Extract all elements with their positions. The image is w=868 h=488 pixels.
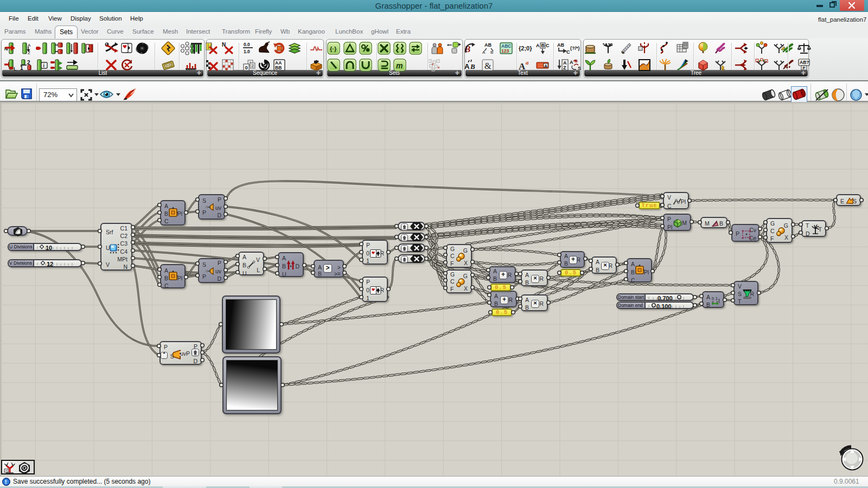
- svg-text:i: i: [43, 63, 45, 68]
- svg-text:C: C: [546, 43, 550, 48]
- svg-text:A: A: [545, 64, 547, 68]
- svg-text:B: B: [541, 43, 545, 48]
- svg-text:P: P: [803, 66, 806, 70]
- svg-text:B: B: [470, 62, 475, 70]
- svg-text:AB: AB: [484, 42, 492, 48]
- svg-text:1.0: 1.0: [244, 49, 250, 54]
- svg-text:Z: Z: [563, 65, 566, 70]
- svg-text:1: 1: [20, 65, 23, 71]
- svg-text:2: 2: [252, 63, 254, 68]
- svg-text:0.0: 0.0: [244, 42, 250, 47]
- svg-text:A: A: [519, 61, 526, 72]
- svg-text:!: !: [5, 479, 7, 485]
- svg-text:m: m: [396, 61, 403, 70]
- svg-text:AB?: AB?: [800, 60, 809, 65]
- svg-text:S: S: [578, 66, 581, 71]
- svg-text:&: &: [484, 61, 492, 70]
- svg-text:(?/*): (?/*): [570, 46, 580, 51]
- svg-text:{·}: {·}: [330, 46, 337, 52]
- svg-text:A: A: [464, 62, 470, 70]
- svg-text:2: 2: [27, 60, 30, 66]
- svg-text:123: 123: [501, 48, 509, 54]
- svg-text:AB: AB: [557, 42, 564, 48]
- svg-text:a: a: [526, 59, 529, 66]
- svg-text:A: A: [570, 60, 573, 65]
- svg-text:BB: BB: [275, 65, 282, 70]
- svg-text:{2;0}: {2;0}: [519, 45, 532, 52]
- svg-text:0: 0: [245, 65, 248, 70]
- svg-text:□: □: [640, 47, 642, 50]
- svg-text:░░: ░░: [538, 63, 543, 68]
- svg-text:L: L: [14, 66, 17, 72]
- svg-text:A: A: [536, 43, 540, 48]
